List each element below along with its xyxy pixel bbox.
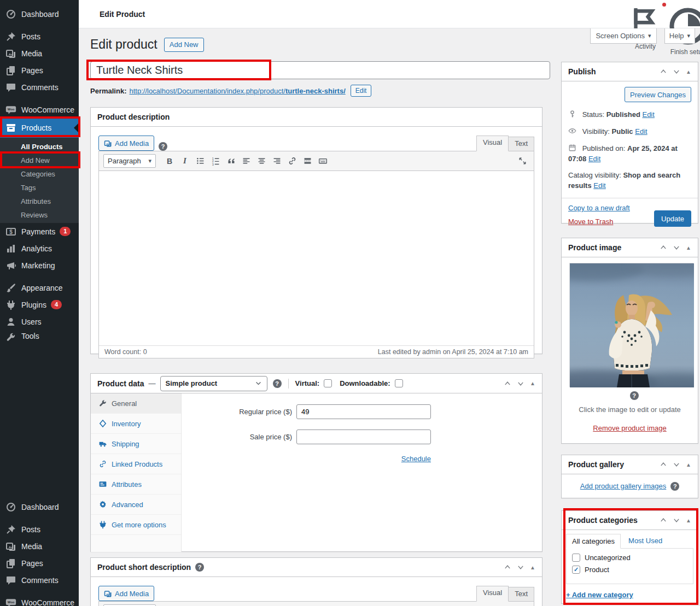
edit-status-link[interactable]: Edit xyxy=(642,110,654,119)
help-icon[interactable]: ? xyxy=(670,482,679,491)
fullscreen-icon[interactable] xyxy=(515,155,529,168)
italic-icon[interactable]: I xyxy=(178,155,192,168)
product-data-tab-shipping[interactable]: Shipping xyxy=(91,434,181,454)
help-icon[interactable]: ? xyxy=(630,391,639,400)
sidebar-item-comments[interactable]: Comments xyxy=(0,572,79,589)
sidebar-item-dashboard[interactable]: Dashboard xyxy=(0,498,79,515)
move-up-icon[interactable] xyxy=(660,68,667,75)
move-down-icon[interactable] xyxy=(517,380,524,387)
edit-visibility-link[interactable]: Edit xyxy=(635,127,647,136)
sidebar-item-posts[interactable]: Posts xyxy=(0,521,79,538)
link-icon[interactable] xyxy=(285,155,299,168)
sidebar-item-media[interactable]: Media xyxy=(0,45,79,62)
update-button[interactable]: Update xyxy=(654,210,691,227)
product-type-select[interactable]: Simple product xyxy=(160,376,267,391)
virtual-checkbox[interactable] xyxy=(324,379,332,387)
sidebar-item-pages[interactable]: Pages xyxy=(0,62,79,79)
submenu-item-categories[interactable]: Categories xyxy=(0,167,79,181)
bullet-list-icon[interactable] xyxy=(193,155,207,168)
sidebar-item-users[interactable]: Users xyxy=(0,313,79,330)
read-more-icon[interactable] xyxy=(300,155,314,168)
remove-product-image-link[interactable]: Remove product image xyxy=(593,424,666,432)
permalink-edit-button[interactable]: Edit xyxy=(351,85,372,97)
product-data-tab-inventory[interactable]: Inventory xyxy=(91,414,181,434)
move-up-icon[interactable] xyxy=(504,563,511,571)
move-to-trash-link[interactable]: Move to Trash xyxy=(568,217,613,226)
move-up-icon[interactable] xyxy=(504,380,511,387)
help-icon[interactable]: ? xyxy=(195,563,204,572)
toggle-panel-icon[interactable]: ▲ xyxy=(686,462,691,468)
product-data-tab-get-more-options[interactable]: Get more options xyxy=(91,515,181,535)
move-up-icon[interactable] xyxy=(660,516,667,524)
toggle-panel-icon[interactable]: ▲ xyxy=(686,245,691,251)
tab-text[interactable]: Text xyxy=(509,587,534,602)
product-data-tab-linked-products[interactable]: Linked Products xyxy=(91,454,181,474)
tab-text[interactable]: Text xyxy=(509,137,534,151)
permalink-link[interactable]: http://localhost/Documentation/index.php… xyxy=(129,87,345,95)
keyboard-icon[interactable] xyxy=(316,155,330,168)
sidebar-item-tools[interactable]: Tools xyxy=(0,330,79,342)
submenu-item-add-new[interactable]: Add New xyxy=(0,154,79,167)
sidebar-item-posts[interactable]: Posts xyxy=(0,28,79,45)
sidebar-item-pages[interactable]: Pages xyxy=(0,555,79,572)
preview-changes-button[interactable]: Preview Changes xyxy=(625,87,691,102)
sidebar-item-products[interactable]: Products xyxy=(0,118,79,138)
tab-visual[interactable]: Visual xyxy=(476,586,509,602)
sale-price-input[interactable] xyxy=(296,430,431,444)
category-option-product[interactable]: Product xyxy=(572,566,693,574)
downloadable-checkbox[interactable] xyxy=(395,379,403,387)
edit-catalog-link[interactable]: Edit xyxy=(593,181,605,190)
help-icon[interactable]: ? xyxy=(273,379,282,388)
numbered-list-icon[interactable]: 123 xyxy=(208,155,223,168)
category-checkbox[interactable] xyxy=(572,554,580,562)
sidebar-item-woocommerce[interactable]: WooWooCommerce xyxy=(0,101,79,118)
sidebar-item-plugins[interactable]: Plugins4 xyxy=(0,296,79,313)
editor-resizer[interactable] xyxy=(91,358,542,363)
move-down-icon[interactable] xyxy=(673,461,680,468)
category-checkbox[interactable] xyxy=(572,566,580,574)
move-down-icon[interactable] xyxy=(673,68,680,75)
sidebar-item-analytics[interactable]: Analytics xyxy=(0,240,79,257)
sidebar-item-payments[interactable]: $Payments1 xyxy=(0,223,79,240)
sidebar-item-appearance[interactable]: Appearance xyxy=(0,279,79,296)
move-down-icon[interactable] xyxy=(517,563,524,571)
tab-visual[interactable]: Visual xyxy=(476,136,509,151)
sidebar-item-woocommerce[interactable]: WooWooCommerce xyxy=(0,594,79,606)
add-media-button[interactable]: Add Media xyxy=(98,136,154,151)
help-icon[interactable]: ? xyxy=(159,142,167,151)
align-left-icon[interactable] xyxy=(239,155,253,168)
move-up-icon[interactable] xyxy=(660,244,667,251)
align-center-icon[interactable] xyxy=(254,155,269,168)
sidebar-item-media[interactable]: Media xyxy=(0,538,79,555)
move-down-icon[interactable] xyxy=(673,244,680,251)
regular-price-input[interactable] xyxy=(296,404,431,419)
toggle-panel-icon[interactable]: ▲ xyxy=(686,517,691,523)
screen-options-button[interactable]: Screen Options ▾ xyxy=(590,28,657,44)
product-data-tab-attributes[interactable]: Attributes xyxy=(91,474,181,495)
product-data-tab-general[interactable]: General xyxy=(91,393,181,414)
category-option-uncategorized[interactable]: Uncategorized xyxy=(572,554,693,562)
description-edit-area[interactable] xyxy=(99,170,534,345)
add-media-button[interactable]: Add Media xyxy=(98,586,154,601)
add-new-button[interactable]: Add New xyxy=(164,38,204,52)
add-gallery-images-link[interactable]: Add product gallery images xyxy=(580,482,667,490)
toggle-panel-icon[interactable]: ▲ xyxy=(530,564,535,570)
tab-all-categories[interactable]: All categories xyxy=(566,534,621,549)
toggle-panel-icon[interactable]: ▲ xyxy=(686,69,691,75)
sidebar-item-comments[interactable]: Comments xyxy=(0,79,79,96)
bold-icon[interactable]: B xyxy=(162,155,177,168)
add-new-category-link[interactable]: + Add new category xyxy=(566,591,633,599)
submenu-item-all-products[interactable]: All Products xyxy=(0,140,79,154)
copy-draft-link[interactable]: Copy to a new draft xyxy=(568,204,630,212)
toggle-panel-icon[interactable]: ▲ xyxy=(530,380,535,386)
move-up-icon[interactable] xyxy=(660,461,667,468)
move-down-icon[interactable] xyxy=(673,516,680,524)
schedule-link[interactable]: Schedule xyxy=(401,455,431,463)
tab-most-used[interactable]: Most Used xyxy=(628,537,662,548)
product-title-input[interactable] xyxy=(90,61,550,79)
edit-published-link[interactable]: Edit xyxy=(588,155,600,163)
align-right-icon[interactable] xyxy=(270,155,284,168)
paragraph-select[interactable]: Paragraph ▾ xyxy=(103,154,156,168)
sidebar-item-dashboard[interactable]: Dashboard xyxy=(0,5,79,22)
product-data-tab-advanced[interactable]: Advanced xyxy=(91,495,181,515)
